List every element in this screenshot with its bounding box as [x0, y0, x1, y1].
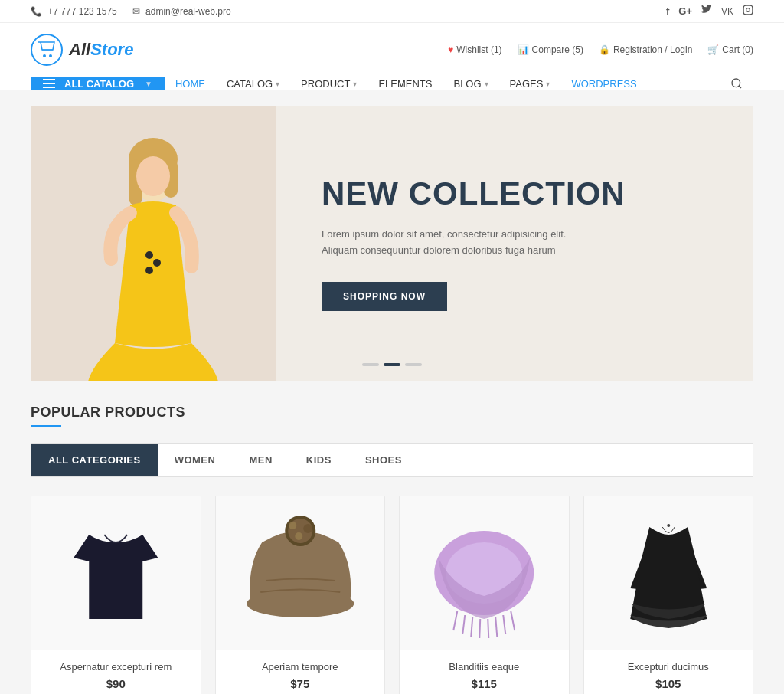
tab-men[interactable]: MEN [232, 444, 289, 476]
shopping-now-button[interactable]: SHOPPING NOW [322, 282, 447, 311]
product-info-1: Aspernatur excepturi rem $90 [31, 650, 201, 694]
hero-title: NEW COLLECTION [322, 176, 707, 211]
vk-link[interactable]: VK [721, 6, 733, 17]
registration-action[interactable]: 🔒 Registration / Login [599, 44, 692, 55]
heart-icon: ♥ [448, 44, 453, 55]
product-image-4 [584, 496, 753, 650]
search-button[interactable] [720, 77, 753, 90]
product-info-3: Blanditiis eaque $115 [400, 650, 569, 694]
blog-chevron-icon: ▾ [485, 80, 488, 88]
nav-product[interactable]: PRODUCT ▾ [290, 77, 368, 90]
catalog-label: CATALOG [227, 78, 273, 90]
hero-description: Lorem ipsum dolor sit amet, consectetur … [322, 227, 707, 259]
nav-wordpress[interactable]: WORDPRESS [560, 77, 647, 90]
svg-line-30 [488, 619, 488, 638]
product-card-2[interactable]: Aperiam tempore $75 [215, 496, 386, 694]
home-label: HOME [175, 78, 205, 90]
product-grid: Aspernatur excepturi rem $90 [31, 496, 753, 694]
email-address: admin@real-web.pro [145, 6, 231, 17]
email-icon: ✉ [132, 6, 140, 17]
pages-label: PAGES [510, 78, 544, 90]
svg-point-13 [145, 267, 153, 274]
top-bar-left: 📞 +7 777 123 1575 ✉ admin@real-web.pro [31, 6, 231, 17]
svg-point-20 [289, 522, 296, 529]
facebook-link[interactable]: f [666, 5, 669, 17]
compare-icon: 📊 [518, 44, 529, 55]
instagram-link[interactable] [743, 5, 753, 18]
tab-shoes[interactable]: SHOES [348, 444, 419, 476]
product-name-3: Blanditiis eaque [410, 661, 558, 673]
product-chevron-icon: ▾ [353, 80, 357, 88]
nav-blog[interactable]: BLOG ▾ [443, 77, 498, 90]
popular-section: POPULAR PRODUCTS ALL CATEGORIES WOMEN ME… [0, 381, 784, 694]
svg-point-12 [145, 251, 153, 259]
nav-pages[interactable]: PAGES ▾ [499, 77, 561, 90]
email-info: ✉ admin@real-web.pro [132, 6, 231, 17]
slider-dot-2[interactable] [384, 363, 400, 366]
logo-icon [31, 34, 63, 66]
product-price-3: $115 [410, 677, 558, 690]
wishlist-label: Wishlist (1) [456, 44, 501, 55]
slider-dot-1[interactable] [362, 363, 379, 366]
nav-catalog[interactable]: CATALOG ▾ [216, 77, 290, 90]
cart-action[interactable]: 🛒 Cart (0) [707, 44, 753, 55]
product-card-3[interactable]: Blanditiis eaque $115 [399, 496, 570, 694]
hero-banner: NEW COLLECTION Lorem ipsum dolor sit ame… [31, 106, 753, 381]
product-label: PRODUCT [301, 78, 350, 90]
phone-icon: 📞 [31, 6, 42, 17]
tab-all-categories[interactable]: ALL CATEGORIES [31, 444, 158, 476]
logo[interactable]: AllStore [31, 34, 133, 66]
svg-point-14 [153, 259, 161, 267]
all-catalog-button[interactable]: ALL CATALOG ▼ [31, 77, 165, 90]
svg-point-11 [136, 156, 170, 196]
header: AllStore ♥ Wishlist (1) 📊 Compare (5) 🔒 … [0, 23, 784, 77]
product-card-4[interactable]: Excepturi ducimus $105 [583, 496, 754, 694]
catalog-chevron-icon: ▼ [145, 80, 152, 88]
compare-action[interactable]: 📊 Compare (5) [518, 44, 583, 55]
hero-model-image [31, 106, 276, 381]
product-image-2 [216, 496, 385, 650]
product-image-1 [31, 496, 201, 650]
tab-kids[interactable]: KIDS [289, 444, 348, 476]
wishlist-action[interactable]: ♥ Wishlist (1) [448, 44, 501, 55]
svg-line-29 [479, 619, 480, 638]
tab-women[interactable]: WOMEN [158, 444, 233, 476]
slider-dot-3[interactable] [405, 363, 422, 366]
svg-point-35 [667, 524, 670, 527]
phone-number: +7 777 123 1575 [47, 6, 116, 17]
category-tabs: ALL CATEGORIES WOMEN MEN KIDS SHOES [31, 443, 753, 477]
title-underline [31, 425, 61, 427]
nav-home[interactable]: HOME [165, 77, 216, 90]
wordpress-label: WORDPRESS [571, 78, 636, 90]
svg-point-4 [732, 79, 740, 87]
lock-icon: 🔒 [599, 44, 610, 55]
product-image-3 [400, 496, 569, 650]
product-price-4: $105 [595, 677, 743, 690]
product-price-2: $75 [227, 677, 374, 690]
hero-content: NEW COLLECTION Lorem ipsum dolor sit ame… [276, 146, 753, 342]
googleplus-link[interactable]: G+ [678, 5, 692, 17]
product-card-1[interactable]: Aspernatur excepturi rem $90 [31, 496, 201, 694]
twitter-link[interactable] [701, 5, 712, 18]
registration-label: Registration / Login [613, 44, 692, 55]
svg-point-22 [295, 532, 302, 540]
product-name-1: Aspernatur excepturi rem [42, 661, 190, 673]
cart-label: Cart (0) [722, 44, 753, 55]
nav-elements[interactable]: ELEMENTS [368, 77, 443, 90]
product-info-2: Aperiam tempore $75 [216, 650, 385, 694]
nav-links: HOME CATALOG ▾ PRODUCT ▾ ELEMENTS BLOG ▾… [165, 77, 720, 90]
catalog-chevron-icon: ▾ [276, 80, 279, 88]
svg-point-21 [303, 524, 312, 533]
phone-info: 📞 +7 777 123 1575 [31, 6, 117, 17]
product-price-1: $90 [42, 677, 190, 690]
logo-text: AllStore [69, 40, 133, 60]
top-bar: 📞 +7 777 123 1575 ✉ admin@real-web.pro f… [0, 0, 784, 23]
elements-label: ELEMENTS [378, 78, 432, 90]
product-info-4: Excepturi ducimus $105 [584, 650, 753, 694]
svg-point-3 [49, 54, 52, 57]
svg-line-5 [739, 86, 741, 88]
svg-point-2 [43, 54, 46, 57]
header-actions: ♥ Wishlist (1) 📊 Compare (5) 🔒 Registrat… [448, 44, 753, 55]
top-bar-right: f G+ VK [666, 5, 753, 18]
svg-rect-0 [743, 5, 753, 15]
